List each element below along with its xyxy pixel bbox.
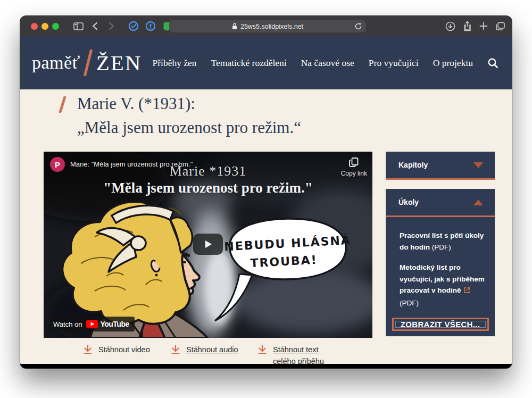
download-icon[interactable] [445,21,455,31]
external-link-icon [463,286,470,297]
page-title-line1: Marie V. (*1931): [77,92,301,115]
nav-item-pro-vyucujici[interactable]: Pro vyučující [369,57,419,69]
sidebar: Kapitoly Úkoly Pracovní list s pěti úkol… [386,152,495,336]
accordion-ukoly[interactable]: Úkoly [386,189,495,217]
ukoly-content: Pracovní list s pěti úkoly do hodin (PDF… [386,217,495,318]
youtube-wordmark: YouTube [100,320,129,328]
lock-icon [232,23,237,30]
heading-slash-icon [59,96,66,113]
check-circle-extension-icon[interactable] [128,21,139,31]
youtube-video-player[interactable]: NEBUDU HLÁSNÁ TROUBA! P Marie: "Měla jse… [44,152,372,338]
accordion-ukoly-block: Úkoly Pracovní list s pěti úkoly do hodi… [386,189,495,336]
sidebar-toggle-icon[interactable] [73,22,84,30]
video-overlay-quote: "Měla jsem urozenost pro režim." [44,180,372,196]
download-text-label: Stáhnout text celého příběhu [273,344,332,364]
ukoly-label: Úkoly [398,198,419,206]
download-video-link[interactable]: Stáhnout video [82,344,150,357]
methodology-pdf-suffix: (PDF) [400,299,419,307]
methodology-pdf-link[interactable]: Metodický list pro vyučující, jak s příb… [400,262,485,309]
watch-on-label: Watch on [53,320,82,328]
download-arrow-icon [82,344,93,357]
watch-on-youtube-button[interactable]: Watch on YouTube [48,317,135,331]
nav-item-o-projektu[interactable]: O projektu [433,57,473,69]
play-icon [203,239,213,249]
search-icon[interactable] [487,57,498,69]
show-all-tasks-button[interactable]: ZOBRAZIT VŠECH... [392,318,489,331]
zoom-window-button[interactable] [52,23,59,30]
video-overlay-title: Marie *1931 [44,163,372,179]
site-header: paměť ŽEN Příběhy žen Tematické rozdělen… [20,36,512,89]
back-icon[interactable] [92,22,98,30]
minimize-window-button[interactable] [41,23,48,30]
url-bar[interactable]: 25ws5.solidpixels.net [169,20,366,32]
site-logo[interactable]: paměť ŽEN [32,49,142,77]
worksheet-pdf-link[interactable]: Pracovní list s pěti úkoly do hodin (PDF… [400,230,485,253]
logo-slash-icon [83,49,92,77]
logo-text-right: ŽEN [96,50,142,76]
main-nav: Příběhy žen Tematické rozdělení Na časov… [153,57,498,69]
onepassword-extension-icon[interactable] [145,21,156,31]
download-arrow-icon [257,344,268,357]
forward-icon[interactable] [109,22,114,30]
chevron-down-icon [473,162,483,168]
chevron-up-icon [473,200,483,205]
tab-overview-icon[interactable] [495,22,505,31]
kapitoly-label: Kapitoly [398,161,428,169]
browser-window: 25ws5.solidpixels.net paměť [20,16,512,368]
new-tab-icon[interactable] [479,22,488,30]
download-arrow-icon [170,344,181,357]
download-audio-link[interactable]: Stáhnout audio [170,344,238,357]
methodology-link-text[interactable]: Metodický list pro vyučující, jak s příb… [400,263,485,295]
logo-text-left: paměť [32,53,80,73]
share-icon[interactable] [463,21,472,31]
download-video-label: Stáhnout video [98,344,150,355]
accordion-kapitoly[interactable]: Kapitoly [386,152,495,180]
reload-icon[interactable] [354,22,362,30]
page-title: Marie V. (*1931): „Měla jsem urozenost p… [77,92,301,139]
youtube-logo-icon [86,320,98,328]
play-button[interactable] [193,234,223,255]
nav-item-pribehy-zen[interactable]: Příběhy žen [153,57,197,69]
close-window-button[interactable] [31,23,38,30]
nav-item-na-casove-ose[interactable]: Na časové ose [301,57,354,69]
page-viewport: paměť ŽEN Příběhy žen Tematické rozdělen… [20,36,512,364]
url-text: 25ws5.solidpixels.net [240,23,303,30]
download-audio-label: Stáhnout audio [186,344,238,355]
browser-titlebar: 25ws5.solidpixels.net [20,16,512,36]
page-title-line2: „Měla jsem urozenost pro režim.“ [77,115,301,139]
nav-item-tematicke-rozdeleni[interactable]: Tematické rozdělení [211,57,287,69]
worksheet-pdf-suffix: (PDF) [430,243,451,251]
download-text-link[interactable]: Stáhnout text celého příběhu [257,344,337,364]
